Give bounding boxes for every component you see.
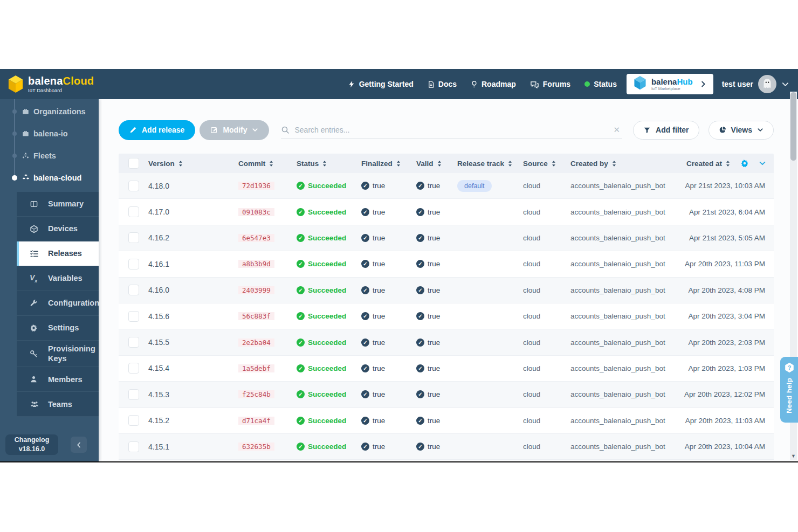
row-checkbox[interactable] xyxy=(128,311,139,322)
column-header-finalized[interactable]: Finalized xyxy=(361,160,416,168)
cell-valid: ✓true xyxy=(416,286,457,294)
table-row-release-4-15-3[interactable]: 4.15.3f25c84b✓Succeeded✓true✓truecloudac… xyxy=(119,382,774,407)
column-settings-chevron-icon[interactable] xyxy=(759,160,766,167)
commit-hash-chip[interactable]: 6e547e3 xyxy=(238,234,274,242)
menu-label-settings: Settings xyxy=(48,323,79,333)
commit-hash-chip[interactable]: f25c84b xyxy=(238,390,274,398)
table-row-release-4-15-2[interactable]: 4.15.2d71ca4f✓Succeeded✓true✓truecloudac… xyxy=(119,408,774,434)
commit-hash-chip[interactable]: 1a5debf xyxy=(238,364,274,372)
cell-valid-label: true xyxy=(428,286,440,294)
table-row-release-4-15-4[interactable]: 4.15.41a5debf✓Succeeded✓true✓truecloudac… xyxy=(119,356,774,382)
cell-created-by: accounts_balenaio_push_bot xyxy=(570,417,682,425)
sidebar-item-configuration[interactable]: Configuration xyxy=(17,291,99,316)
sidebar-item-devices[interactable]: Devices xyxy=(17,217,99,241)
scrollbar-thumb[interactable] xyxy=(790,92,796,161)
sidebar-tree-balena-io[interactable]: balena-io xyxy=(0,122,99,144)
cell-status-label: Succeeded xyxy=(308,417,346,425)
commit-hash-chip[interactable]: 56c883f xyxy=(238,312,274,320)
commit-hash-chip[interactable]: a8b3b9d xyxy=(238,260,274,268)
table-row-release-4-16-2[interactable]: 4.16.26e547e3✓Succeeded✓true✓truecloudac… xyxy=(119,225,774,251)
check-circle-icon: ✓ xyxy=(416,390,424,398)
table-row-release-4-15-5[interactable]: 4.15.52e2ba04✓Succeeded✓true✓truecloudac… xyxy=(119,329,774,355)
cell-commit: 72d1936 xyxy=(238,182,297,190)
user-menu[interactable]: test user xyxy=(722,75,789,93)
cell-status: ✓Succeeded xyxy=(297,443,361,451)
check-circle-icon: ✓ xyxy=(361,208,369,216)
row-checkbox[interactable] xyxy=(128,232,139,243)
views-button[interactable]: Views xyxy=(708,121,774,140)
sidebar-item-provisioning-keys[interactable]: Provisioning Keys xyxy=(17,341,99,367)
commit-hash-chip[interactable]: 2e2ba04 xyxy=(238,338,274,347)
row-checkbox[interactable] xyxy=(128,285,139,295)
modify-button[interactable]: Modify xyxy=(200,120,269,140)
balena-hub-cube-icon xyxy=(633,75,647,93)
row-checkbox[interactable] xyxy=(128,181,139,191)
commit-hash-chip[interactable]: 091083c xyxy=(238,208,274,216)
sidebar-tree-fleets[interactable]: Fleets xyxy=(0,144,99,167)
add-filter-button[interactable]: Add filter xyxy=(633,121,699,140)
nav-label-roadmap: Roadmap xyxy=(481,80,516,88)
table-row-release-4-17-0[interactable]: 4.17.0091083c✓Succeeded✓true✓truecloudac… xyxy=(119,199,774,225)
balena-hub-link[interactable]: balenaHub IoT Marketplace xyxy=(627,74,713,94)
need-help-tab[interactable]: ? Need help xyxy=(780,357,798,423)
clear-search-icon[interactable]: ✕ xyxy=(611,125,623,135)
sidebar-item-releases[interactable]: Releases xyxy=(17,241,99,266)
select-all-checkbox[interactable] xyxy=(128,158,139,169)
cell-finalized: ✓true xyxy=(361,260,416,268)
column-header-status[interactable]: Status xyxy=(297,160,361,168)
nav-item-roadmap[interactable]: Roadmap xyxy=(471,80,516,88)
commit-hash-chip[interactable]: 2403999 xyxy=(238,286,274,294)
cell-status: ✓Succeeded xyxy=(297,234,361,242)
sidebar-collapse-button[interactable] xyxy=(71,437,87,453)
nav-item-docs[interactable]: Docs xyxy=(428,80,457,88)
sidebar-item-members[interactable]: Members xyxy=(17,367,99,392)
column-header-release-track[interactable]: Release track xyxy=(457,160,523,168)
cell-version: 4.15.3 xyxy=(148,390,238,399)
row-checkbox-cell xyxy=(119,441,148,452)
column-header-created-at[interactable]: Created at xyxy=(682,159,774,168)
nav-item-getting-started[interactable]: Getting Started xyxy=(348,80,414,88)
sidebar-tree-balena-cloud[interactable]: balena-cloud xyxy=(0,167,99,189)
row-checkbox[interactable] xyxy=(128,259,139,270)
add-release-button[interactable]: Add release xyxy=(119,120,195,140)
nav-item-forums[interactable]: Forums xyxy=(530,80,570,88)
tree-dot-icon xyxy=(12,175,17,181)
column-header-source[interactable]: Source xyxy=(523,160,570,168)
cell-commit: 2e2ba04 xyxy=(238,338,297,347)
row-checkbox[interactable] xyxy=(128,363,139,374)
table-row-release-4-15-6[interactable]: 4.15.656c883f✓Succeeded✓true✓truecloudac… xyxy=(119,303,774,329)
commit-hash-chip[interactable]: 632635b xyxy=(238,443,274,451)
row-checkbox[interactable] xyxy=(128,206,139,217)
column-settings-gear-icon[interactable] xyxy=(740,159,749,168)
row-checkbox[interactable] xyxy=(128,389,139,400)
table-row-release-4-16-0[interactable]: 4.16.02403999✓Succeeded✓true✓truecloudac… xyxy=(119,278,774,303)
sidebar-item-variables[interactable]: VxVariables xyxy=(17,266,99,291)
sidebar-item-teams[interactable]: Teams xyxy=(17,392,99,417)
nav-item-status[interactable]: Status xyxy=(584,80,617,88)
sidebar-item-summary[interactable]: Summary xyxy=(17,192,99,217)
sidebar-tree-organizations[interactable]: Organizations xyxy=(0,100,99,122)
cell-created-at: Apr 21st 2023, 5:05 AM xyxy=(682,234,774,242)
column-header-created-by[interactable]: Created by xyxy=(570,160,682,168)
tree-label-organizations: Organizations xyxy=(33,107,86,116)
column-header-valid[interactable]: Valid xyxy=(416,160,457,168)
row-checkbox[interactable] xyxy=(128,441,139,452)
nav-label-getting-started: Getting Started xyxy=(359,80,414,88)
column-header-commit[interactable]: Commit xyxy=(238,160,297,168)
row-checkbox[interactable] xyxy=(128,415,139,426)
table-row-release-4-18-0[interactable]: 4.18.072d1936✓Succeeded✓true✓truedefault… xyxy=(119,173,774,199)
search-input[interactable] xyxy=(294,126,606,134)
sidebar-item-settings[interactable]: Settings xyxy=(17,316,99,341)
row-checkbox[interactable] xyxy=(128,337,139,348)
commit-hash-chip[interactable]: 72d1936 xyxy=(238,182,274,190)
scrollbar-down-arrow-icon[interactable]: ▼ xyxy=(790,453,797,459)
balena-cloud-logo[interactable]: balenaCloud IoT Dashboard xyxy=(0,75,99,93)
changelog-button[interactable]: Changelog v18.16.0 xyxy=(5,434,58,455)
table-row-release-4-16-1[interactable]: 4.16.1a8b3b9d✓Succeeded✓true✓truecloudac… xyxy=(119,251,774,277)
sort-icon xyxy=(396,160,401,167)
commit-hash-chip[interactable]: d71ca4f xyxy=(238,417,274,425)
cell-version: 4.15.5 xyxy=(148,338,238,347)
cell-valid-label: true xyxy=(428,234,440,242)
table-row-release-4-15-1[interactable]: 4.15.1632635b✓Succeeded✓true✓truecloudac… xyxy=(119,434,774,460)
column-header-version[interactable]: Version xyxy=(148,160,238,168)
